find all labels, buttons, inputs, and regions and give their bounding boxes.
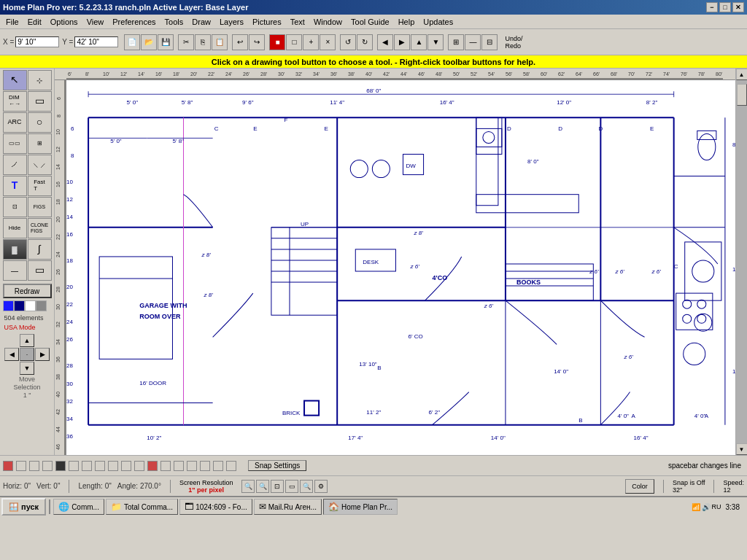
menu-item-preferences[interactable]: Preferences (108, 16, 160, 28)
snap-btn-5[interactable] (55, 461, 66, 471)
figs-tool[interactable]: FIGS (28, 197, 52, 217)
cut-button[interactable]: ✂ (178, 34, 194, 50)
close-button[interactable]: ✕ (732, 2, 744, 12)
snap-btn-16[interactable] (200, 461, 210, 471)
select-group-tool[interactable]: ⊹ (28, 70, 52, 90)
snap-btn-12[interactable] (147, 461, 158, 471)
menu-item-layers[interactable]: Layers (215, 16, 248, 28)
taskbar-item-1[interactable]: 🌐 Comm... (53, 499, 104, 515)
taskbar-item-4[interactable]: ✉ Mail.Ru Аген... (254, 499, 322, 515)
zoom-in-button[interactable]: ■ (269, 34, 285, 50)
zoom-full-btn[interactable]: 🔍 (300, 480, 313, 493)
scroll-thumb[interactable] (737, 84, 747, 106)
move-up-button[interactable]: ▲ (20, 334, 34, 347)
redraw-button[interactable]: Redraw (3, 284, 52, 298)
undo-button[interactable]: ↩ (232, 34, 248, 50)
snap-btn-1[interactable] (3, 461, 13, 471)
menu-item-tools[interactable]: Tools (160, 16, 188, 28)
tb-btn-3[interactable]: + (303, 34, 319, 50)
zoom-sel-btn[interactable]: ▭ (285, 480, 298, 493)
snap-btn-9[interactable] (108, 461, 118, 471)
scroll-down-button[interactable]: ▼ (736, 443, 748, 455)
tb-btn-7[interactable]: ◀ (377, 34, 393, 50)
snap-btn-10[interactable] (121, 461, 131, 471)
tb-btn-9[interactable]: ▲ (411, 34, 427, 50)
settings-btn[interactable]: ⚙ (314, 480, 328, 493)
arc-tool[interactable]: ARC (3, 112, 27, 133)
fast-text-tool[interactable]: FastT (28, 176, 52, 196)
dim-tool[interactable]: DIM←→ (3, 91, 27, 112)
color-button[interactable]: Color (625, 479, 654, 494)
line2-tool[interactable]: — (3, 260, 27, 281)
menu-item-help[interactable]: Help (394, 16, 419, 28)
tb-btn-11[interactable]: ⊞ (448, 34, 464, 50)
color-darkblue[interactable] (14, 300, 25, 311)
new-button[interactable]: 📄 (124, 34, 140, 50)
taskbar-item-2[interactable]: 📁 Total Comma... (106, 499, 178, 515)
vertical-scrollbar[interactable]: ▲ ▼ (735, 69, 747, 455)
tb-btn-5[interactable]: ↺ (340, 34, 356, 50)
zoom-out-btn[interactable]: 🔍 (256, 480, 269, 493)
grid-tool[interactable]: ⊞ (28, 133, 52, 154)
move-down-button[interactable]: ▼ (20, 362, 34, 375)
paste-button[interactable]: 📋 (212, 34, 228, 50)
snap-btn-4[interactable] (42, 461, 53, 471)
clone-tool[interactable]: CLONEFIGS (28, 218, 52, 238)
color-gray[interactable] (36, 300, 47, 311)
tb-btn-8[interactable]: ▶ (394, 34, 410, 50)
open-button[interactable]: 📂 (141, 34, 157, 50)
snap-btn-11[interactable] (134, 461, 144, 471)
line-tool[interactable]: ⟋ (3, 155, 27, 175)
menu-item-view[interactable]: View (82, 16, 109, 28)
snap-btn-2[interactable] (16, 461, 26, 471)
tb-btn-10[interactable]: ▼ (427, 34, 444, 50)
snap-btn-3[interactable] (29, 461, 39, 471)
tb-btn-4[interactable]: × (320, 34, 336, 50)
snap-btn-17[interactable] (213, 461, 223, 471)
snap-settings-button[interactable]: Snap Settings (248, 460, 306, 471)
zoom-in-btn[interactable]: 🔍 (241, 480, 255, 493)
snap-btn-18[interactable] (226, 461, 236, 471)
snap-btn-15[interactable] (187, 461, 197, 471)
fit-btn[interactable]: ⊡ (271, 480, 284, 493)
scroll-up-button[interactable]: ▲ (736, 69, 748, 80)
scroll-track[interactable] (736, 80, 747, 443)
snap-btn-14[interactable] (174, 461, 184, 471)
menu-item-updates[interactable]: Updates (419, 16, 457, 28)
circle-tool[interactable]: ○ (28, 112, 52, 133)
y-value[interactable]: 42' 10" (74, 36, 118, 47)
minimize-button[interactable]: − (706, 2, 718, 12)
menu-item-draw[interactable]: Draw (187, 16, 215, 28)
rect-tool[interactable]: ▭ (28, 91, 52, 112)
symbol-tool[interactable]: ⊡ (3, 197, 27, 217)
tb-btn-2[interactable]: □ (286, 34, 302, 50)
save-button[interactable]: 💾 (158, 34, 174, 50)
x-value[interactable]: 9' 10" (15, 36, 59, 47)
snap-btn-6[interactable] (69, 461, 79, 471)
hide-tool[interactable]: Hide (3, 218, 27, 238)
tb-btn-6[interactable]: ↻ (357, 34, 373, 50)
taskbar-item-5[interactable]: 🏠 Home Plan Pr... (323, 499, 398, 515)
menu-item-pictures[interactable]: Pictures (248, 16, 286, 28)
copy-button[interactable]: ⎘ (195, 34, 211, 50)
menu-item-text[interactable]: Text (286, 16, 309, 28)
start-button[interactable]: 🪟 пуск (1, 498, 46, 516)
color-blue[interactable] (3, 300, 14, 311)
menu-item-window[interactable]: Window (309, 16, 347, 28)
fill-tool[interactable]: ▓ (3, 239, 27, 260)
move-left-button[interactable]: ◀ (4, 348, 19, 361)
maximize-button[interactable]: □ (719, 2, 731, 12)
menu-item-file[interactable]: File (1, 16, 23, 28)
text-tool[interactable]: T (3, 176, 27, 196)
menu-item-edit[interactable]: Edit (23, 16, 46, 28)
taskbar-item-3[interactable]: 🗔 1024:609 - Fo... (179, 499, 252, 515)
multi-line-tool[interactable]: ⟍⟋ (28, 155, 52, 175)
menu-item-tool-guide[interactable]: Tool Guide (347, 16, 394, 28)
tb-btn-13[interactable]: ⊟ (481, 34, 498, 50)
redo-button[interactable]: ↪ (249, 34, 265, 50)
select-tool[interactable]: ↖ (3, 70, 27, 90)
wall-tool[interactable]: ▭▭ (3, 133, 27, 154)
color-white[interactable] (25, 300, 36, 311)
rect2-tool[interactable]: ▭ (28, 260, 52, 281)
tb-btn-12[interactable]: — (465, 34, 481, 50)
